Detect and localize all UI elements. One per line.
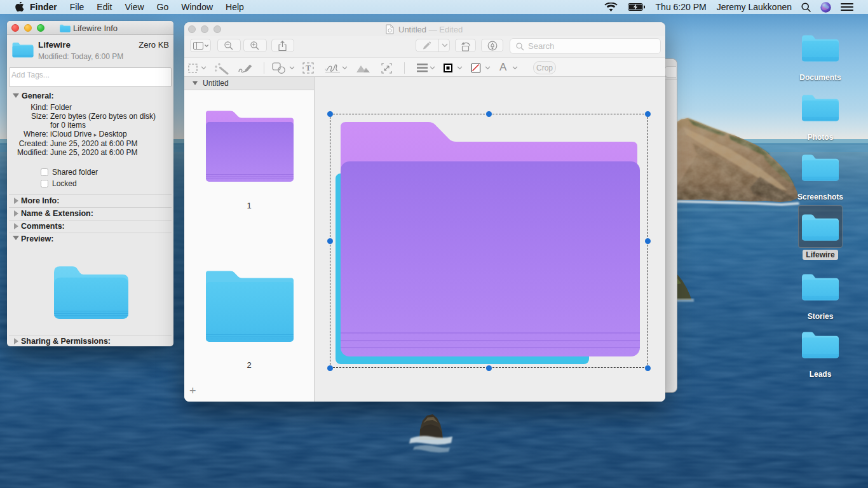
svg-text:x: x (325, 67, 327, 71)
svg-text:T: T (306, 64, 311, 72)
